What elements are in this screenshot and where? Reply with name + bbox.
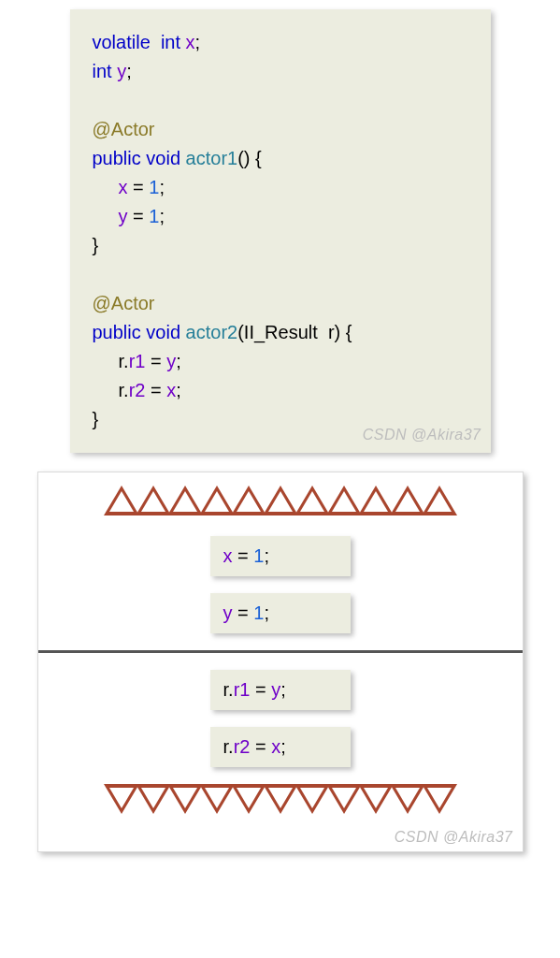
var-y: y <box>223 602 233 623</box>
semicolon: ; <box>176 380 181 400</box>
code-line: r.r1 = y; <box>93 347 468 376</box>
op-eq: = <box>250 679 271 700</box>
horizontal-divider <box>38 650 523 653</box>
code-line: } <box>93 231 468 260</box>
brace-open: { <box>255 148 262 168</box>
field-r2: r2 <box>129 380 146 400</box>
var-x: x <box>186 32 195 52</box>
num: 1 <box>149 206 159 226</box>
code-line: @Actor <box>93 289 468 318</box>
method-actor2: actor2 <box>186 322 238 342</box>
var-y: y <box>119 206 128 226</box>
op-eq: = <box>233 545 254 566</box>
op-eq: = <box>133 177 144 197</box>
method-actor1: actor1 <box>186 148 238 168</box>
statement-box: y = 1; <box>210 593 351 633</box>
semicolon: ; <box>159 206 165 226</box>
keyword-public: public <box>93 148 141 168</box>
type-int: int <box>93 61 112 81</box>
annotation-actor: @Actor <box>93 293 155 313</box>
keyword-void: void <box>146 148 180 168</box>
brace-close: } <box>93 235 99 255</box>
code-line: volatile int x; <box>93 28 468 57</box>
var-x: x <box>223 545 233 566</box>
watermark-text: CSDN @Akira37 <box>395 829 513 846</box>
memory-barrier-diagram: x = 1; y = 1; r.r1 = y; r.r2 = x; CSDN @… <box>37 472 524 852</box>
keyword-void: void <box>146 322 180 342</box>
semicolon: ; <box>280 679 286 700</box>
semicolon: ; <box>264 545 269 566</box>
semicolon: ; <box>195 32 201 52</box>
semicolon: ; <box>159 177 165 197</box>
param-r: r <box>328 322 335 342</box>
annotation-actor: @Actor <box>93 119 155 139</box>
semicolon: ; <box>280 736 286 757</box>
field-r1: r1 <box>129 351 146 371</box>
statement-box: x = 1; <box>210 536 351 576</box>
var-y: y <box>166 351 176 371</box>
field-r2: r2 <box>234 736 251 757</box>
op-eq: = <box>151 351 162 371</box>
var-y: y <box>117 61 126 81</box>
type-int: int <box>161 32 180 52</box>
code-line: @Actor <box>93 115 468 144</box>
type-iiresult: II_Result <box>244 322 318 342</box>
code-line: x = 1; <box>93 173 468 202</box>
var-x: x <box>166 380 176 400</box>
code-line: public void actor1() { <box>93 144 468 173</box>
brace-close: } <box>93 409 99 429</box>
code-blank-line <box>93 86 468 115</box>
code-blank-line <box>93 260 468 289</box>
brace-open: { <box>346 322 352 342</box>
code-block: volatile int x; int y; @Actor public voi… <box>70 9 491 453</box>
watermark-text: CSDN @Akira37 <box>363 424 481 447</box>
var-y: y <box>271 679 280 700</box>
code-line: public void actor2(II_Result r) { <box>93 318 468 347</box>
field-r1: r1 <box>234 679 251 700</box>
op-eq: = <box>133 206 144 226</box>
num: 1 <box>253 602 264 623</box>
op-eq: = <box>250 736 271 757</box>
fence-bottom-icon <box>38 784 523 818</box>
semicolon: ; <box>264 602 269 623</box>
op-eq: = <box>151 380 162 400</box>
semicolon: ; <box>126 61 132 81</box>
statement-box: r.r2 = x; <box>210 727 351 767</box>
num: 1 <box>253 545 264 566</box>
code-line: int y; <box>93 57 468 86</box>
paren-open: ( <box>237 148 244 168</box>
fence-top-icon <box>38 486 523 519</box>
op-eq: = <box>233 602 254 623</box>
num: 1 <box>149 177 159 197</box>
code-line: y = 1; <box>93 202 468 231</box>
statement-box: r.r1 = y; <box>210 670 351 710</box>
var-x: x <box>119 177 128 197</box>
code-line: r.r2 = x; <box>93 376 468 405</box>
keyword-public: public <box>93 322 141 342</box>
paren-open: ( <box>237 322 244 342</box>
paren-close: ) <box>335 322 341 342</box>
paren-close: ) <box>244 148 251 168</box>
semicolon: ; <box>176 351 181 371</box>
var-x: x <box>271 736 280 757</box>
keyword-volatile: volatile <box>93 32 151 52</box>
